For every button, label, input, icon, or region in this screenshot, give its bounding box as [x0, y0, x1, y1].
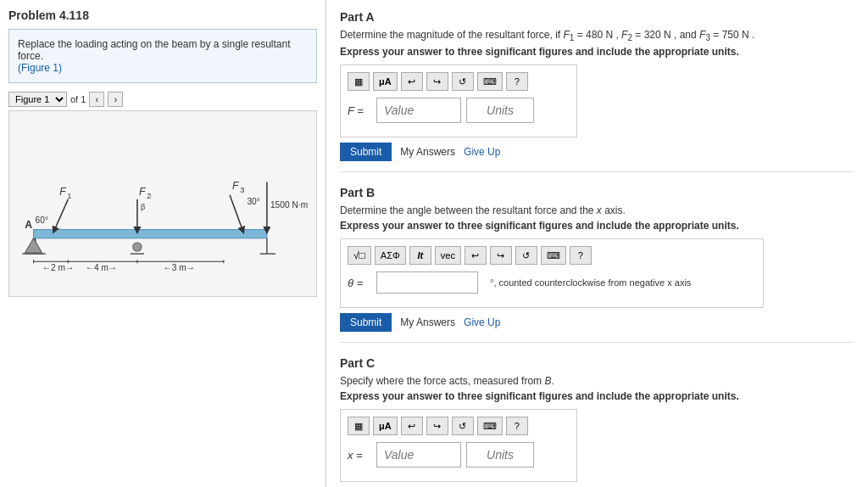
figure-prev-button[interactable]: ‹	[89, 92, 104, 107]
part-a-units-input[interactable]	[466, 98, 534, 123]
sigma-btn[interactable]: ΑΣΦ	[375, 246, 406, 265]
svg-rect-1	[34, 230, 267, 238]
part-b-title: Part B	[340, 186, 854, 199]
right-panel: Part A Determine the magnitude of the re…	[326, 0, 868, 487]
help-btn[interactable]: ?	[506, 72, 528, 91]
part-b-my-answers-label: My Answers	[400, 316, 455, 328]
part-c-toolbar: ▦ μA ↩ ↪ ↺ ⌨ ?	[348, 417, 570, 435]
part-c-subinstruction: Express your answer to three significant…	[340, 390, 854, 402]
it-btn[interactable]: It	[409, 246, 431, 265]
svg-text:A: A	[25, 219, 32, 231]
svg-text:←3 m→: ←3 m→	[164, 263, 195, 272]
keyboard-c-btn[interactable]: ⌨	[477, 417, 503, 435]
part-a-my-answers-label: My Answers	[400, 146, 455, 158]
part-b-theta-input[interactable]	[376, 271, 478, 294]
part-c-title: Part C	[340, 356, 854, 370]
part-b-label: θ =	[348, 277, 371, 289]
keyboard-b-btn[interactable]: ⌨	[541, 246, 566, 265]
help-b-btn[interactable]: ?	[570, 246, 592, 265]
svg-text:30°: 30°	[247, 197, 259, 206]
redo-c-btn[interactable]: ↪	[426, 417, 448, 435]
part-c-input-row: x =	[348, 442, 570, 467]
part-a-toolbar: ▦ μA ↩ ↪ ↺ ⌨ ?	[348, 72, 570, 91]
part-a-value-input[interactable]	[376, 98, 461, 123]
part-a-instruction: Determine the magnitude of the resultant…	[340, 29, 854, 42]
mu-c-btn[interactable]: μA	[373, 417, 398, 435]
part-a-give-up-button[interactable]: Give Up	[464, 146, 500, 158]
part-b-section: Part B Determine the angle between the r…	[340, 186, 854, 343]
vec-btn[interactable]: vec	[435, 246, 461, 265]
svg-line-16	[230, 195, 242, 231]
grid-icon-btn[interactable]: ▦	[348, 72, 370, 91]
figure-of-label: of 1	[70, 94, 86, 104]
problem-description: Replace the loading acting on the beam b…	[8, 29, 317, 83]
figure-next-button[interactable]: ›	[108, 92, 123, 107]
part-a-submit-row: Submit My Answers Give Up	[340, 143, 854, 161]
part-c-value-input[interactable]	[376, 442, 461, 467]
part-a-submit-button[interactable]: Submit	[340, 143, 392, 161]
undo-c-btn[interactable]: ↩	[401, 417, 423, 435]
part-c-answer-box: ▦ μA ↩ ↪ ↺ ⌨ ? x =	[340, 409, 577, 482]
svg-line-8	[54, 199, 68, 231]
figure-select[interactable]: Figure 1	[8, 92, 67, 107]
sqrt-btn[interactable]: √□	[348, 246, 371, 265]
part-a-input-row: F =	[348, 98, 570, 123]
svg-text:1500 N·m: 1500 N·m	[270, 200, 308, 210]
mu-btn[interactable]: μA	[373, 72, 398, 91]
grid-c-icon-btn[interactable]: ▦	[348, 417, 370, 435]
figure-link[interactable]: (Figure 1)	[18, 62, 62, 74]
part-b-answer-box: √□ ΑΣΦ It vec ↩ ↪ ↺ ⌨ ? θ = °, counted c…	[340, 238, 764, 308]
reset-c-btn[interactable]: ↺	[452, 417, 474, 435]
svg-text:β: β	[141, 203, 145, 211]
figure-svg: F 1 60° F 2 β F 3 30° 1500 N·m	[9, 111, 316, 296]
figure-container: F 1 60° F 2 β F 3 30° 1500 N·m	[8, 110, 317, 297]
undo-btn[interactable]: ↩	[401, 72, 423, 91]
part-b-instruction: Determine the angle between the resultan…	[340, 204, 854, 216]
part-c-label: x =	[348, 449, 371, 462]
reset-btn[interactable]: ↺	[452, 72, 474, 91]
svg-text:←4 m→: ←4 m→	[86, 263, 117, 272]
svg-text:←2 m→: ←2 m→	[42, 263, 74, 272]
svg-text:60°: 60°	[36, 216, 48, 225]
svg-text:2: 2	[147, 192, 151, 200]
reset-b-btn[interactable]: ↺	[515, 246, 537, 265]
part-a-answer-box: ▦ μA ↩ ↪ ↺ ⌨ ? F =	[340, 64, 577, 137]
help-c-btn[interactable]: ?	[506, 417, 528, 435]
part-b-give-up-button[interactable]: Give Up	[464, 316, 500, 328]
part-b-theta-note: °, counted counterclockwise from negativ…	[490, 277, 691, 288]
part-b-input-row: θ = °, counted counterclockwise from neg…	[348, 271, 756, 294]
part-a-title: Part A	[340, 10, 854, 24]
left-panel: Problem 4.118 Replace the loading acting…	[0, 0, 326, 487]
part-c-section: Part C Specify where the force acts, mea…	[340, 356, 854, 487]
redo-btn[interactable]: ↪	[426, 72, 448, 91]
svg-text:1: 1	[67, 192, 71, 200]
part-a-section: Part A Determine the magnitude of the re…	[340, 10, 854, 172]
svg-text:F: F	[139, 186, 147, 198]
part-b-submit-button[interactable]: Submit	[340, 313, 392, 332]
part-b-subinstruction: Express your answer to three significant…	[340, 220, 854, 232]
keyboard-btn[interactable]: ⌨	[477, 72, 503, 91]
part-c-instruction: Specify where the force acts, measured f…	[340, 375, 854, 387]
svg-text:F: F	[232, 180, 240, 192]
part-a-label: F =	[348, 104, 371, 117]
svg-text:F: F	[59, 186, 67, 198]
svg-marker-2	[25, 238, 42, 253]
svg-point-4	[133, 243, 142, 251]
part-c-units-input[interactable]	[466, 442, 534, 467]
part-a-subinstruction: Express your answer to three significant…	[340, 46, 854, 58]
svg-text:3: 3	[240, 186, 244, 194]
redo-b-btn[interactable]: ↪	[490, 246, 512, 265]
part-b-toolbar: √□ ΑΣΦ It vec ↩ ↪ ↺ ⌨ ?	[348, 246, 756, 265]
part-b-submit-row: Submit My Answers Give Up	[340, 313, 854, 332]
figure-nav: Figure 1 of 1 ‹ ›	[8, 92, 317, 107]
problem-title: Problem 4.118	[8, 8, 317, 22]
undo-b-btn[interactable]: ↩	[465, 246, 487, 265]
